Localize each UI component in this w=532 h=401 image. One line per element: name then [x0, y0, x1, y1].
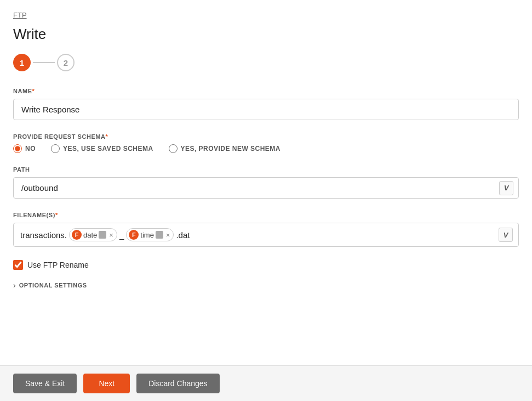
schema-section: PROVIDE REQUEST SCHEMA* NO YES, USE SAVE… [13, 133, 519, 153]
breadcrumb[interactable]: FTP [13, 11, 519, 19]
path-input[interactable] [13, 177, 519, 199]
schema-option-use-saved[interactable]: YES, USE SAVED SCHEMA [51, 144, 153, 153]
name-input[interactable] [13, 99, 519, 120]
date-tag-box-icon [99, 231, 106, 239]
schema-radio-group: NO YES, USE SAVED SCHEMA YES, PROVIDE NE… [13, 144, 519, 153]
optional-settings-label: OPTIONAL SETTINGS [19, 282, 87, 289]
optional-settings[interactable]: › OPTIONAL SETTINGS [13, 281, 519, 290]
path-section: PATH V [13, 166, 519, 199]
schema-option-new[interactable]: YES, PROVIDE NEW SCHEMA [169, 144, 281, 153]
date-tag[interactable]: F date × [69, 228, 117, 241]
schema-option-no[interactable]: NO [13, 144, 36, 153]
ftp-rename-label[interactable]: Use FTP Rename [27, 261, 89, 269]
date-tag-label: date [83, 231, 97, 239]
time-tag-f-icon: F [129, 230, 139, 240]
ftp-rename-checkbox[interactable] [13, 260, 23, 270]
filename-section: FILENAME(S)* transactions. F date × _ F … [13, 212, 519, 247]
schema-label: PROVIDE REQUEST SCHEMA* [13, 133, 519, 140]
name-section: NAME* [13, 88, 519, 120]
ftp-rename-row: Use FTP Rename [13, 260, 519, 270]
filename-variable-icon[interactable]: V [499, 228, 513, 242]
stepper: 1 2 [13, 54, 519, 71]
date-tag-close[interactable]: × [109, 231, 113, 239]
filename-wrapper[interactable]: transactions. F date × _ F time × .dat V [13, 223, 519, 247]
step-1[interactable]: 1 [13, 54, 31, 71]
variable-icon[interactable]: V [499, 181, 513, 195]
step-line [33, 62, 55, 63]
time-tag[interactable]: F time × [126, 228, 174, 241]
time-tag-close[interactable]: × [166, 231, 170, 239]
date-tag-f-icon: F [72, 230, 82, 240]
filename-separator: _ [119, 230, 124, 240]
name-label: NAME* [13, 88, 519, 94]
step-2[interactable]: 2 [57, 54, 75, 71]
page-title: Write [13, 26, 519, 43]
time-tag-box-icon [156, 231, 163, 239]
chevron-right-icon: › [13, 281, 16, 290]
time-tag-label: time [140, 231, 154, 239]
filename-suffix: .dat [176, 230, 190, 240]
filename-label: FILENAME(S)* [13, 212, 519, 218]
path-label: PATH [13, 166, 519, 173]
filename-prefix: transactions. [20, 230, 67, 240]
path-input-wrapper: V [13, 177, 519, 199]
